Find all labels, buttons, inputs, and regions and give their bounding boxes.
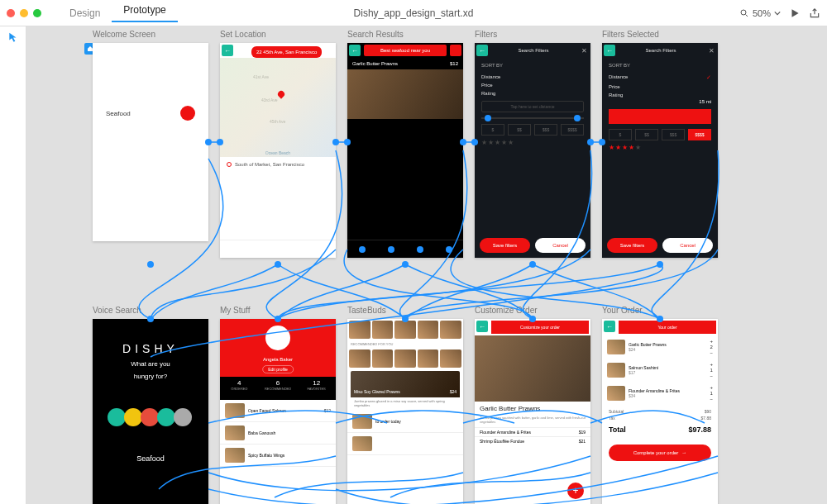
save-filters-button[interactable]: Save filters bbox=[480, 238, 530, 253]
price-tier-1[interactable]: $ bbox=[481, 124, 504, 136]
share-icon[interactable] bbox=[809, 7, 820, 19]
artboard-tastebuds[interactable]: TasteBuds RECOMMENDED FOR YOU Miso Soy G… bbox=[347, 319, 463, 504]
recommendation-strip[interactable] bbox=[347, 319, 463, 340]
artboard-label[interactable]: Voice Search bbox=[93, 306, 141, 315]
prototype-canvas[interactable]: Welcome Screen Seafood Set Location ← 22… bbox=[26, 26, 827, 504]
maximize-window-button[interactable] bbox=[33, 9, 41, 17]
select-tool-icon[interactable] bbox=[7, 31, 19, 43]
close-button[interactable]: ✕ bbox=[706, 45, 716, 55]
quantity-stepper[interactable]: +1− bbox=[710, 362, 713, 378]
sort-option-rating[interactable]: Rating bbox=[602, 91, 718, 99]
artboard-filters-selected[interactable]: Filters Selected ← Search Filters ✕ SORT… bbox=[602, 43, 718, 258]
complete-order-button[interactable]: Complete your order→ bbox=[609, 445, 711, 461]
back-button[interactable]: ← bbox=[476, 321, 488, 332]
edit-profile-button[interactable]: Edit profile bbox=[262, 365, 294, 373]
stat-favorites[interactable]: 12favorites bbox=[297, 377, 336, 400]
price-tier-3[interactable]: $$$ bbox=[662, 129, 685, 140]
tab-item[interactable] bbox=[417, 246, 423, 253]
artboard-welcome-screen[interactable]: Welcome Screen Seafood bbox=[93, 43, 208, 241]
search-title-bar[interactable]: Best seafood near you bbox=[364, 45, 447, 56]
minimize-window-button[interactable] bbox=[20, 9, 28, 17]
sort-option-rating[interactable]: Rating bbox=[475, 89, 590, 97]
cancel-button[interactable]: Cancel bbox=[662, 238, 713, 253]
distance-slider-filled[interactable] bbox=[609, 109, 711, 124]
price-tier-3[interactable]: $$$ bbox=[534, 124, 557, 136]
quantity-stepper[interactable]: +2− bbox=[710, 339, 713, 355]
quantity-stepper[interactable]: +1− bbox=[710, 385, 713, 402]
distance-input[interactable]: Tap here to set distance bbox=[481, 101, 584, 112]
filter-button[interactable] bbox=[450, 45, 461, 56]
tab-bar[interactable] bbox=[220, 240, 336, 258]
tab-item[interactable] bbox=[359, 246, 366, 253]
address-bar[interactable]: 22 45th Ave, San Francisco bbox=[251, 46, 322, 58]
result-image[interactable] bbox=[347, 69, 463, 119]
artboard-your-order[interactable]: Your Order ←Your order Garlic Butter Pra… bbox=[602, 319, 718, 504]
arrow-right-icon: → bbox=[681, 450, 686, 455]
price-tier-1[interactable]: $ bbox=[609, 129, 632, 140]
tab-item[interactable] bbox=[446, 246, 452, 253]
tab-design[interactable]: Design bbox=[58, 7, 112, 19]
price-tier-2[interactable]: $$ bbox=[508, 124, 531, 136]
artboard-label[interactable]: Your Order bbox=[602, 306, 643, 315]
artboard-label[interactable]: My Stuff bbox=[220, 306, 251, 315]
sort-option-price[interactable]: Price bbox=[475, 81, 590, 89]
back-button[interactable]: ← bbox=[604, 321, 615, 332]
avatar[interactable] bbox=[265, 326, 290, 350]
artboard-label[interactable]: Set Location bbox=[220, 30, 266, 39]
price-tier-4[interactable]: $$$$ bbox=[561, 124, 584, 136]
tab-prototype[interactable]: Prototype bbox=[112, 4, 177, 22]
close-button[interactable]: ✕ bbox=[579, 45, 589, 55]
price-tier-4[interactable]: $$$$ bbox=[688, 129, 711, 140]
rating-stars[interactable]: ★★★★★ bbox=[609, 144, 711, 151]
add-to-cart-fab[interactable]: + bbox=[567, 483, 584, 499]
back-button[interactable]: ← bbox=[476, 45, 488, 56]
dish-card[interactable]: Miso Soy Glazed Prawns$24 Jumbo prawns g… bbox=[351, 371, 460, 409]
artboard-filters[interactable]: Filters ← Search Filters ✕ SORT BY Dista… bbox=[475, 43, 590, 258]
cart-item[interactable]: Flounder Amandine & Frites$34+1− bbox=[602, 382, 718, 405]
list-item[interactable]: to order today bbox=[347, 411, 463, 433]
artboard-label[interactable]: Search Results bbox=[347, 30, 404, 39]
addon-row[interactable]: Flounder Amandine & Frites$19 bbox=[475, 427, 590, 436]
artboard-label[interactable]: Welcome Screen bbox=[93, 30, 155, 39]
stat-recommended[interactable]: 6recommended bbox=[259, 377, 298, 400]
list-item[interactable] bbox=[347, 433, 463, 455]
back-button[interactable]: ← bbox=[604, 45, 615, 56]
window-controls bbox=[7, 9, 41, 17]
cart-item[interactable]: Salmon Sashimi$17+1− bbox=[602, 359, 718, 382]
map-view[interactable]: 41st Ave 43rd Ave 45th Ave Ocean Beach bbox=[220, 58, 336, 157]
street-label: 45th Ave bbox=[270, 119, 285, 124]
artboard-label[interactable]: TasteBuds bbox=[347, 306, 386, 315]
voice-button[interactable] bbox=[180, 106, 195, 121]
artboard-set-location[interactable]: Set Location ← 22 45th Ave, San Francisc… bbox=[220, 43, 336, 258]
cancel-button[interactable]: Cancel bbox=[535, 238, 586, 253]
artboard-label[interactable]: Customize Order bbox=[475, 306, 538, 315]
artboard-voice-search[interactable]: Voice Search DISHY What are you hungry f… bbox=[93, 319, 208, 504]
list-item[interactable]: Baba Ganoush bbox=[220, 422, 336, 445]
list-item[interactable]: Spicy Buffalo Wings bbox=[220, 445, 336, 467]
sort-option-distance[interactable]: Distance✓ bbox=[602, 73, 718, 83]
tab-item[interactable] bbox=[388, 246, 394, 253]
location-result[interactable]: South of Market, San Francisco bbox=[220, 157, 336, 172]
stat-ordered[interactable]: 4ordered bbox=[220, 377, 259, 400]
artboard-customize-order[interactable]: Customize Order ←Customize your order Ga… bbox=[475, 319, 590, 504]
artboard-label[interactable]: Filters bbox=[475, 30, 497, 39]
addon-row[interactable]: Shrimp Étouffée Fondue$21 bbox=[475, 436, 590, 445]
distance-slider[interactable] bbox=[481, 117, 584, 119]
tab-bar[interactable] bbox=[347, 240, 463, 258]
artboard-label[interactable]: Filters Selected bbox=[602, 30, 659, 39]
rating-stars[interactable]: ★★★★★ bbox=[481, 139, 584, 146]
back-button[interactable]: ← bbox=[222, 45, 233, 56]
sort-option-price[interactable]: Price bbox=[602, 83, 718, 91]
list-item[interactable]: Open Faced Salmon$12 bbox=[220, 400, 336, 422]
artboard-search-results[interactable]: Search Results ← Best seafood near you G… bbox=[347, 43, 463, 258]
recommendation-strip[interactable] bbox=[347, 348, 463, 369]
zoom-control[interactable]: 50% bbox=[739, 8, 781, 18]
artboard-my-stuff[interactable]: My Stuff Angela Baker Edit profile 4orde… bbox=[220, 319, 336, 504]
play-icon[interactable] bbox=[789, 7, 801, 19]
close-window-button[interactable] bbox=[7, 9, 15, 17]
cart-item[interactable]: Garlic Butter Prawns$24+2− bbox=[602, 335, 718, 359]
back-button[interactable]: ← bbox=[349, 45, 361, 56]
price-tier-2[interactable]: $$ bbox=[635, 129, 658, 140]
save-filters-button[interactable]: Save filters bbox=[607, 238, 657, 253]
sort-option-distance[interactable]: Distance bbox=[475, 73, 590, 81]
